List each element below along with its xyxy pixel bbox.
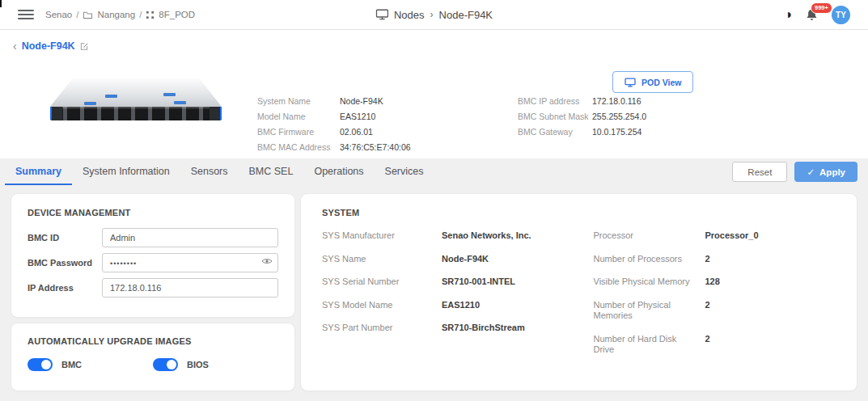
- system-row: Number of Processors 2: [594, 254, 836, 265]
- info-value: 02.06.01: [340, 127, 461, 137]
- breadcrumb-pod[interactable]: 8F_POD: [159, 10, 195, 19]
- sys-label: SYS Serial Number: [322, 276, 442, 288]
- bmc-password-input[interactable]: [102, 253, 278, 272]
- sys-label: SYS Model Name: [322, 300, 442, 311]
- tab-summary[interactable]: Summary: [5, 158, 72, 185]
- page-title-section: Nodes: [394, 9, 425, 21]
- apply-label: Apply: [819, 167, 845, 177]
- tab-bmc-sel[interactable]: BMC SEL: [239, 158, 304, 185]
- notifications-button[interactable]: 999+: [805, 8, 819, 22]
- system-row: Processor Processor_0: [594, 230, 836, 242]
- node-header: ‹ Node-F94K System Name Node-F94K Model …: [0, 30, 868, 158]
- back-link[interactable]: ‹ Node-F94K: [13, 40, 89, 53]
- info-label: BMC IP address: [518, 96, 592, 107]
- theme-contrast-icon[interactable]: ◑: [784, 8, 792, 21]
- folder-icon: [83, 11, 93, 19]
- sys-value: 2: [705, 334, 710, 356]
- system-row: SYS Serial Number SR710-001-INTEL: [322, 276, 565, 288]
- info-value: 172.18.0.116: [592, 96, 689, 107]
- content-area: Summary System Information Sensors BMC S…: [0, 158, 868, 401]
- back-link-label: Node-F94K: [22, 40, 75, 52]
- system-row: SYS Name Node-F94K: [322, 254, 565, 265]
- info-value: Node-F94K: [340, 96, 461, 107]
- title-separator: ›: [430, 9, 434, 20]
- system-row: SYS Manufacturer Senao Networks, Inc.: [322, 230, 565, 242]
- system-row: Number of Hard Disk Drive 2: [594, 334, 836, 356]
- system-title: SYSTEM: [322, 208, 836, 217]
- check-icon: ✓: [807, 167, 815, 178]
- ip-address-row: IP Address: [28, 278, 278, 298]
- sys-label: Processor: [594, 230, 705, 242]
- hamburger-menu-icon[interactable]: [18, 10, 34, 19]
- breadcrumb-location[interactable]: Nangang: [97, 10, 135, 19]
- device-management-card: DEVICE MANAGEMENT BMC ID BMC Password IP…: [11, 194, 294, 317]
- tab-operations[interactable]: Operations: [303, 158, 374, 185]
- screenshot-cursor-artifact: [0, 0, 2, 7]
- bmc-toggle-item: BMC: [28, 358, 153, 371]
- breadcrumb-site[interactable]: Senao: [45, 10, 72, 19]
- pod-view-button[interactable]: POD View: [612, 71, 693, 93]
- page-title-current: Node-F94K: [439, 9, 493, 21]
- sys-label: Number of Hard Disk Drive: [594, 334, 705, 356]
- ip-address-input[interactable]: [102, 278, 278, 298]
- bios-toggle[interactable]: [153, 358, 178, 371]
- breadcrumb-separator: /: [76, 10, 78, 19]
- tab-system-information[interactable]: System Information: [72, 158, 180, 185]
- sys-value: Node-F94K: [442, 254, 489, 265]
- sys-label: Number of Processors: [594, 254, 705, 265]
- top-bar: Senao / Nangang / 8F_POD Nodes › Node-F9…: [0, 0, 868, 30]
- auto-upgrade-title: AUTOMATICALLY UPGRADE IMAGES: [28, 336, 278, 346]
- pod-view-label: POD View: [641, 78, 681, 87]
- sys-value: SR710-BirchStream: [442, 323, 525, 334]
- pod-cluster-icon: [146, 11, 155, 19]
- tab-sensors[interactable]: Sensors: [180, 158, 239, 185]
- edit-icon[interactable]: [80, 42, 89, 51]
- system-row: Number of Physical Memories 2: [594, 300, 836, 322]
- topbar-actions: ◑ 999+ TY: [784, 6, 850, 24]
- back-chevron-icon: ‹: [13, 40, 17, 53]
- node-info: System Name Node-F94K Model Name EAS1210…: [257, 96, 689, 168]
- bmc-id-row: BMC ID: [28, 228, 278, 247]
- sys-value: 2: [705, 254, 710, 265]
- notification-badge: 999+: [811, 2, 832, 14]
- bios-toggle-item: BIOS: [153, 358, 278, 371]
- info-label: BMC Firmware: [257, 127, 340, 137]
- breadcrumb: Senao / Nangang / 8F_POD: [45, 10, 195, 19]
- sys-value: 2: [705, 300, 710, 322]
- info-value: 255.255.254.0: [592, 112, 689, 122]
- system-row: SYS Part Number SR710-BirchStream: [322, 323, 565, 334]
- info-value: 34:76:C5:E7:40:06: [340, 142, 461, 153]
- bmc-id-label: BMC ID: [28, 233, 102, 243]
- system-row: Visible Physical Memory 128: [594, 276, 836, 288]
- show-password-eye-icon[interactable]: [261, 257, 273, 265]
- reset-button[interactable]: Reset: [732, 162, 787, 182]
- tab-services[interactable]: Services: [375, 158, 434, 185]
- info-label: Model Name: [257, 112, 340, 122]
- system-column-2: Processor Processor_0 Number of Processo…: [594, 230, 836, 368]
- sys-label: SYS Manufacturer: [322, 230, 442, 242]
- info-label: BMC MAC Address: [257, 142, 340, 153]
- auto-upgrade-card: AUTOMATICALLY UPGRADE IMAGES BMC BIOS: [11, 323, 294, 390]
- info-label: BMC Subnet Mask: [518, 112, 592, 122]
- sys-value: Senao Networks, Inc.: [442, 230, 531, 242]
- bmc-toggle[interactable]: [28, 358, 53, 371]
- node-info-column-2: BMC IP address 172.18.0.116 BMC Subnet M…: [518, 96, 689, 168]
- sys-label: SYS Name: [322, 254, 442, 265]
- monitor-icon: [625, 78, 636, 87]
- sys-label: SYS Part Number: [322, 323, 442, 334]
- bmc-password-label: BMC Password: [28, 258, 102, 268]
- device-management-title: DEVICE MANAGEMENT: [28, 208, 278, 217]
- page-title: Nodes › Node-F94K: [375, 9, 493, 21]
- bios-toggle-label: BIOS: [187, 360, 209, 369]
- system-row: SYS Model Name EAS1210: [322, 300, 565, 311]
- node-info-column-1: System Name Node-F94K Model Name EAS1210…: [257, 96, 461, 168]
- sys-value: 128: [705, 276, 720, 288]
- apply-button[interactable]: ✓ Apply: [794, 162, 857, 182]
- bmc-toggle-label: BMC: [61, 360, 82, 369]
- sys-value: SR710-001-INTEL: [442, 276, 515, 288]
- ip-address-label: IP Address: [28, 283, 102, 293]
- bmc-password-row: BMC Password: [28, 253, 278, 272]
- bmc-id-input[interactable]: [102, 228, 278, 247]
- info-value: EAS1210: [340, 112, 461, 122]
- avatar[interactable]: TY: [832, 6, 850, 24]
